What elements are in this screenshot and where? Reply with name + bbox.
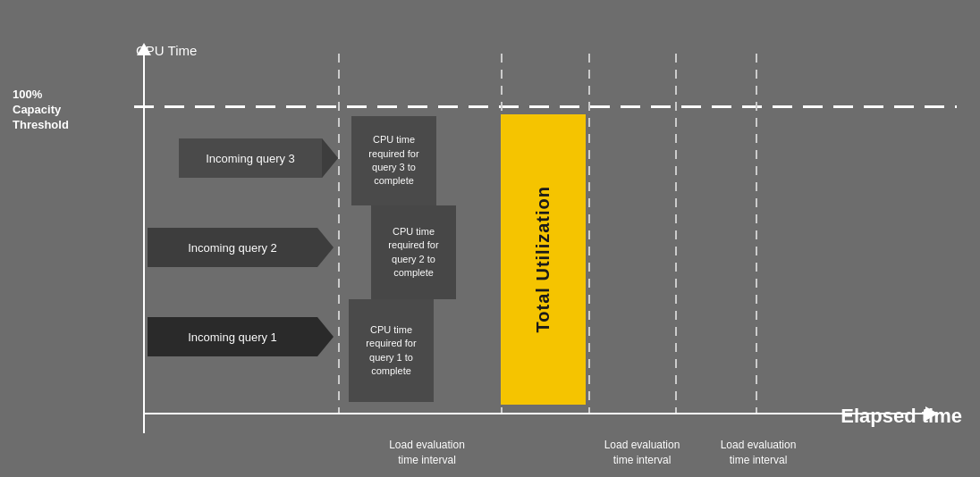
v-dash-3 bbox=[588, 54, 590, 413]
cpu-box1-label: CPU time required for query 1 to complet… bbox=[366, 323, 416, 379]
cpu-box2-label: CPU time required for query 2 to complet… bbox=[388, 225, 438, 280]
capacity-label: 100% Capacity Threshold bbox=[13, 88, 69, 133]
cpu-box3-label: CPU time required for query 3 to complet… bbox=[368, 133, 418, 188]
query1-label: Incoming query 1 bbox=[188, 331, 277, 344]
capacity-threshold-line bbox=[134, 105, 957, 108]
load-eval-label-2: Load evaluation time interval bbox=[588, 438, 696, 468]
cpu-box-query1: CPU time required for query 1 to complet… bbox=[349, 299, 434, 402]
diagram-container: CPU Time 100% Capacity Threshold Elapsed… bbox=[0, 0, 980, 477]
x-axis-line bbox=[143, 413, 939, 414]
v-dash-4 bbox=[675, 54, 677, 413]
y-axis-label: CPU Time bbox=[136, 43, 197, 58]
load-eval-label-1: Load evaluation time interval bbox=[349, 438, 505, 468]
cpu-box-query3: CPU time required for query 3 to complet… bbox=[351, 116, 436, 205]
query2-label: Incoming query 2 bbox=[188, 241, 277, 255]
v-dash-1 bbox=[338, 54, 340, 413]
query2-arrow: Incoming query 2 bbox=[148, 228, 317, 267]
cpu-box-query2: CPU time required for query 2 to complet… bbox=[371, 205, 456, 299]
elapsed-time-label: Elapsed time bbox=[841, 405, 962, 428]
query3-label: Incoming query 3 bbox=[206, 152, 295, 165]
load-eval-label-3: Load evaluation time interval bbox=[705, 438, 812, 468]
v-dash-5 bbox=[756, 54, 757, 413]
query1-arrow: Incoming query 1 bbox=[148, 317, 317, 356]
total-utilization-box: Total Utilization bbox=[501, 114, 586, 405]
total-utilization-label: Total Utilization bbox=[533, 186, 553, 332]
query3-arrow: Incoming query 3 bbox=[179, 138, 322, 178]
